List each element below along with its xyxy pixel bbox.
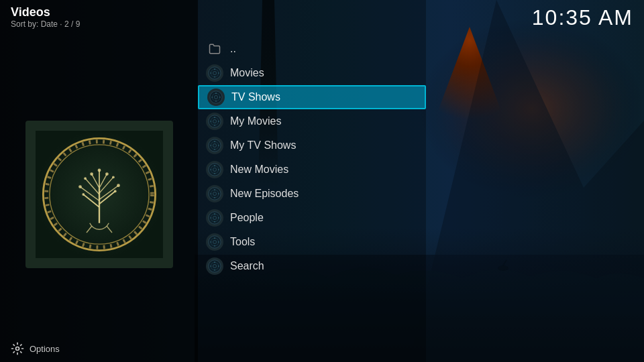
svg-point-83	[214, 237, 215, 239]
svg-point-65	[218, 169, 219, 170]
menu-item-newmovies[interactable]: New Movies	[198, 158, 426, 182]
menu-label-movies: Movies	[230, 67, 264, 79]
menu-item-tvshows[interactable]: TV Shows	[198, 85, 426, 109]
menu-label-newmovies: New Movies	[230, 164, 288, 176]
menu-icon-tools	[206, 233, 223, 251]
svg-point-78	[210, 217, 211, 219]
menu-item-search[interactable]: Search	[198, 254, 426, 278]
folder-icon	[206, 40, 223, 58]
menu-item-people[interactable]: People	[198, 206, 426, 230]
ring-symbol-svg	[36, 131, 163, 258]
svg-point-92	[210, 265, 211, 267]
svg-point-69	[214, 189, 215, 190]
svg-point-24	[112, 176, 115, 178]
svg-point-20	[113, 190, 116, 192]
menu-icon-mytvshows	[206, 137, 223, 154]
options-bar[interactable]: Options	[0, 335, 198, 362]
menu-icon-newmovies	[206, 161, 223, 178]
menu-item-mytvshows[interactable]: My TV Shows	[198, 133, 426, 158]
header-left: Videos Sort by: Date · 2 / 9	[11, 5, 80, 29]
menu-icon-people	[206, 209, 223, 227]
menu-icon-mymovies	[206, 113, 223, 130]
svg-point-70	[214, 197, 215, 198]
svg-point-85	[210, 241, 211, 243]
svg-point-57	[210, 145, 211, 146]
menu-icon-tvshows	[207, 88, 225, 106]
clock-display: 10:35 AM	[532, 5, 633, 30]
options-icon	[11, 342, 24, 355]
svg-point-63	[214, 173, 215, 174]
sort-info: Sort by: Date · 2 / 9	[11, 19, 80, 29]
svg-point-84	[214, 245, 215, 247]
svg-point-19	[82, 193, 85, 196]
svg-point-21	[78, 185, 82, 188]
svg-point-76	[214, 213, 215, 215]
menu-label-search: Search	[230, 260, 264, 272]
svg-point-36	[210, 72, 211, 74]
svg-point-23	[84, 177, 87, 180]
svg-point-55	[214, 141, 215, 142]
svg-point-42	[215, 101, 217, 102]
menu-icon-newepisodes	[206, 185, 223, 202]
svg-point-35	[214, 76, 215, 78]
svg-point-3	[498, 265, 508, 271]
svg-point-91	[214, 269, 215, 271]
svg-point-79	[218, 217, 219, 219]
svg-point-50	[210, 121, 211, 122]
svg-point-77	[214, 221, 215, 223]
options-label: Options	[30, 344, 60, 354]
menu-item-parent[interactable]: ..	[198, 37, 426, 61]
svg-point-72	[218, 193, 219, 194]
svg-point-22	[117, 184, 120, 187]
svg-point-86	[218, 241, 219, 243]
page-title: Videos	[11, 5, 80, 19]
svg-point-93	[218, 265, 219, 267]
menu-list: .. Movies TV Shows My Movies	[198, 37, 426, 278]
menu-label-people: People	[230, 212, 264, 224]
menu-label-tvshows: TV Shows	[231, 91, 280, 103]
menu-label-newepisodes: New Episodes	[230, 188, 299, 200]
menu-icon-search	[206, 257, 223, 275]
svg-point-44	[219, 97, 221, 98]
left-panel	[0, 0, 198, 362]
svg-point-64	[210, 169, 211, 170]
thumbnail-image	[25, 121, 173, 268]
svg-point-34	[214, 68, 215, 70]
svg-point-71	[210, 193, 211, 194]
svg-point-41	[215, 93, 217, 94]
menu-label-parent: ..	[230, 43, 236, 55]
svg-point-43	[211, 97, 213, 98]
svg-point-48	[214, 117, 215, 118]
menu-label-tools: Tools	[230, 236, 255, 248]
menu-item-tools[interactable]: Tools	[198, 230, 426, 254]
svg-point-25	[90, 172, 93, 176]
svg-point-51	[218, 121, 219, 122]
svg-point-27	[97, 169, 101, 172]
menu-item-mymovies[interactable]: My Movies	[198, 109, 426, 133]
menu-item-movies[interactable]: Movies	[198, 61, 426, 85]
svg-point-58	[218, 145, 219, 146]
menu-label-mytvshows: My TV Shows	[230, 139, 296, 152]
menu-item-newepisodes[interactable]: New Episodes	[198, 182, 426, 206]
svg-point-49	[214, 125, 215, 126]
svg-point-26	[105, 172, 109, 176]
header: Videos Sort by: Date · 2 / 9 10:35 AM	[0, 0, 644, 36]
svg-point-62	[214, 165, 215, 166]
svg-point-30	[16, 347, 19, 351]
svg-point-56	[214, 149, 215, 150]
svg-point-37	[218, 72, 219, 74]
menu-label-mymovies: My Movies	[230, 115, 281, 127]
svg-point-90	[214, 261, 215, 263]
menu-icon-movies	[206, 64, 223, 82]
